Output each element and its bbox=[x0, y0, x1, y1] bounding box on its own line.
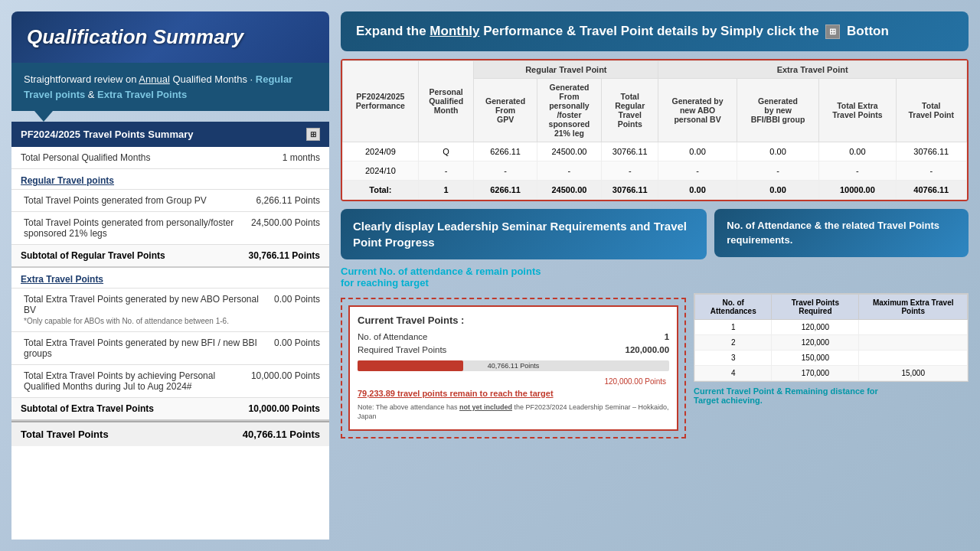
td-total-extra: 10000.00 bbox=[819, 180, 896, 199]
subtotal-extra-value: 10,000.00 Points bbox=[249, 403, 320, 414]
top-monthly: Monthly bbox=[430, 24, 479, 38]
att-td1-1: 1 bbox=[695, 319, 772, 334]
regular-section-title: Regular Travel points bbox=[11, 169, 329, 190]
attendance-table-box: No. of Attendances Travel Points Require… bbox=[694, 293, 969, 382]
extra1-value: 0.00 Points bbox=[274, 294, 320, 326]
td-total1: 30766.11 bbox=[896, 142, 966, 161]
td-gpv1: 6266.11 bbox=[474, 142, 537, 161]
td-abo2: - bbox=[658, 161, 737, 180]
reg1-label: Total Travel Points generated from Group… bbox=[24, 195, 256, 206]
cp-remain-text: 79,233.89 travel points remain to reach … bbox=[358, 389, 669, 398]
top-info-box: Expand the Monthly Performance & Travel … bbox=[341, 11, 969, 51]
grid-icon-inline: ⊞ bbox=[825, 24, 840, 39]
td-abo1: 0.00 bbox=[658, 142, 737, 161]
subtotal-reg-value: 30,766.11 Points bbox=[249, 250, 320, 261]
td-bfi1: 0.00 bbox=[737, 142, 818, 161]
cp-required-row: Required Travel Points 120,000.00 bbox=[358, 345, 669, 354]
th-gen-foster: GeneratedFrompersonally/fostersponsored2… bbox=[537, 78, 602, 142]
summary-header-label: PF2024/2025 Travel Points Summary bbox=[21, 129, 193, 140]
cp-attendance-value: 1 bbox=[665, 332, 669, 341]
td-foster1: 24500.00 bbox=[537, 142, 602, 161]
total-value: 40,766.11 Points bbox=[243, 429, 320, 440]
td-bfi2: - bbox=[737, 161, 818, 180]
extra3-label: Total Extra Travel Points by achieving P… bbox=[24, 370, 251, 392]
reg2-label: Total Travel Points generated from perso… bbox=[24, 217, 251, 239]
att-td3-2: 150,000 bbox=[772, 350, 859, 365]
table-row: 2024/09 Q 6266.11 24500.00 30766.11 0.00… bbox=[343, 142, 967, 161]
th-total-travel: TotalTravel Point bbox=[896, 78, 966, 142]
td-total-bfi: 0.00 bbox=[737, 180, 818, 199]
title-block: Qualification Summary bbox=[11, 11, 329, 63]
list-item: 4 170,000 15,000 bbox=[695, 365, 968, 380]
page-title: Qualification Summary bbox=[27, 25, 243, 48]
subtitle-text3: & bbox=[85, 89, 97, 100]
attendance-table: No. of Attendances Travel Points Require… bbox=[694, 294, 968, 381]
qm-label: Total Personal Qualified Months bbox=[21, 152, 283, 163]
th-performance: PF2024/2025Performance bbox=[343, 60, 419, 142]
annotation-teal: Current Travel Point & Remaining distanc… bbox=[694, 386, 893, 405]
grid-icon[interactable]: ⊞ bbox=[306, 128, 320, 141]
summary-header: PF2024/2025 Travel Points Summary ⊞ bbox=[11, 122, 329, 147]
subtitle-text2: Qualified Months · bbox=[170, 73, 256, 85]
td-total-foster: 24500.00 bbox=[537, 180, 602, 199]
att-th2: Travel Points Required bbox=[772, 294, 859, 319]
cp-attendance-row: No. of Attendance 1 bbox=[358, 332, 669, 341]
th-total-extra: Total ExtraTravel Points bbox=[819, 78, 896, 142]
qm-value: 1 months bbox=[283, 152, 320, 163]
att-td4-1: 4 bbox=[695, 365, 772, 380]
td-period1: 2024/09 bbox=[343, 142, 419, 161]
subtotal-reg-label: Subtotal of Regular Travel Points bbox=[21, 250, 165, 261]
subtotal-extra-row: Subtotal of Extra Travel Points 10,000.0… bbox=[11, 398, 329, 421]
subtitle-text1: Straightforward review on bbox=[24, 73, 139, 85]
extra-row3: Total Extra Travel Points by achieving P… bbox=[11, 365, 329, 398]
left-panel: Qualification Summary Straightforward re… bbox=[11, 11, 329, 540]
right-info-text: No. of Attendance & the related Travel P… bbox=[727, 220, 939, 246]
subtitle-annual: Annual bbox=[139, 73, 169, 85]
th-total-regular: TotalRegularTravelPoints bbox=[602, 78, 658, 142]
subtotal-regular-row: Subtotal of Regular Travel Points 30,766… bbox=[11, 245, 329, 268]
td-total-reg1: 30766.11 bbox=[602, 142, 658, 161]
att-td3-3 bbox=[859, 350, 968, 365]
att-td4-3: 15,000 bbox=[859, 365, 968, 380]
subtitle-extra: Extra Travel Points bbox=[97, 89, 187, 100]
mid-info-text: Clearly display Leadership Seminar Requi… bbox=[353, 220, 687, 249]
cp-required-value: 120,000.00 bbox=[625, 345, 669, 354]
reg-row1: Total Travel Points generated from Group… bbox=[11, 190, 329, 212]
att-td1-2: 120,000 bbox=[772, 319, 859, 334]
right-panel: Expand the Monthly Performance & Travel … bbox=[341, 11, 969, 540]
att-td2-3 bbox=[859, 334, 968, 350]
att-td4-2: 170,000 bbox=[772, 365, 859, 380]
bottom-detail: Current No. of attendance & remain point… bbox=[341, 266, 969, 439]
att-td1-3 bbox=[859, 319, 968, 334]
list-item: 3 150,000 bbox=[695, 350, 968, 365]
cp-note: Note: The above attendance has not yet i… bbox=[358, 403, 669, 422]
list-item: 2 120,000 bbox=[695, 334, 968, 350]
td-total-reg: 30766.11 bbox=[602, 180, 658, 199]
arrow-connector bbox=[34, 111, 53, 122]
qualified-months-row: Total Personal Qualified Months 1 months bbox=[11, 147, 329, 169]
cp-bar-label: 40,766.11 Points bbox=[488, 362, 540, 370]
main-data-table: PF2024/2025Performance PersonalQualified… bbox=[341, 59, 969, 201]
total-label: Total Travel Points bbox=[21, 429, 109, 440]
top-text1: Expand the bbox=[356, 24, 430, 38]
td-extra-total2: - bbox=[819, 161, 896, 180]
extra-row1: Total Extra Travel Points generated by n… bbox=[11, 289, 329, 332]
mid-info-box: Clearly display Leadership Seminar Requi… bbox=[341, 209, 707, 259]
td-gpv2: - bbox=[474, 161, 537, 180]
th-qualified-month: PersonalQualifiedMonth bbox=[418, 60, 474, 142]
reg2-value: 24,500.00 Points bbox=[251, 217, 320, 239]
att-th1: No. of Attendances bbox=[695, 294, 772, 319]
td-period2: 2024/10 bbox=[343, 161, 419, 180]
total-row: Total Travel Points 40,766.11 Points bbox=[11, 421, 329, 446]
td-foster2: - bbox=[537, 161, 602, 180]
th-gen-bfi: Generatedby newBFI/BBI group bbox=[737, 78, 818, 142]
performance-table: PF2024/2025Performance PersonalQualified… bbox=[342, 60, 967, 200]
reg-row2: Total Travel Points generated from perso… bbox=[11, 212, 329, 245]
extra3-value: 10,000.00 Points bbox=[251, 370, 320, 392]
cp-required-label: Required Travel Points bbox=[358, 345, 446, 354]
td-total-gpv: 6266.11 bbox=[474, 180, 537, 199]
right-info-box: No. of Attendance & the related Travel P… bbox=[714, 209, 969, 257]
table-row: 2024/10 - - - - - - - - bbox=[343, 161, 967, 180]
td-q1: Q bbox=[418, 142, 474, 161]
th-gen-gpv: GeneratedFromGPV bbox=[474, 78, 537, 142]
